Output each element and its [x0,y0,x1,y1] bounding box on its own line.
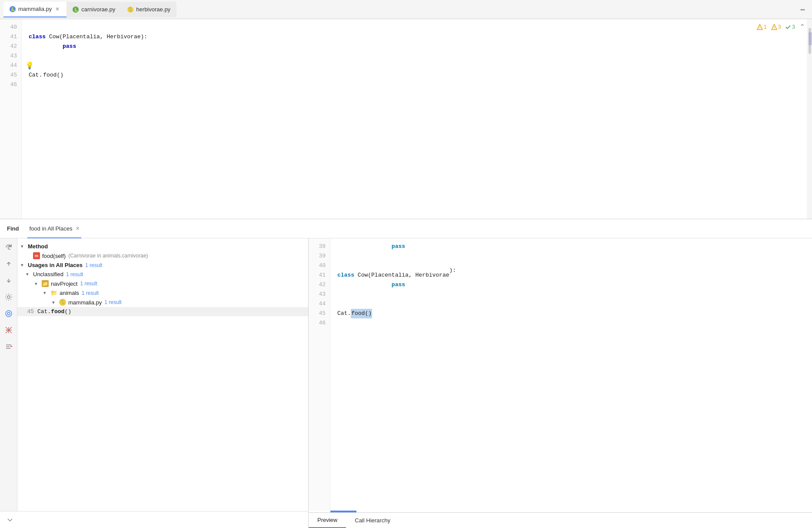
preview-icon[interactable] [4,309,13,318]
scrollbar-mini [809,32,812,45]
preview-code-40 [337,261,812,271]
nav-project-folder-icon: 📁 [42,280,49,287]
editor-line-numbers: 40 41 42 43 44 45 46 [0,19,22,219]
preview-code-44 [337,299,812,309]
find-panel-body: ▾ Method m food(self) (Carnivorae in ani… [0,238,812,528]
mammalia-file-label: mammalia.py [68,299,102,306]
nav-project-arrow: ▾ [35,281,42,287]
python-icon-green: 🐍 [73,7,79,13]
find-tab-food-in-all-places[interactable]: food in All Places ✕ [27,220,81,238]
preview-ln-40: 40 [309,261,326,271]
ident-cat: Cat [29,70,39,80]
method-m-icon: m [33,252,40,259]
mammalia-file-header[interactable]: ▾ 🐍 mammalia.py 1 result [17,297,308,307]
preview-code-46 [337,318,812,328]
tab-carnivorae[interactable]: 🐍 carnivorae.py [67,2,121,17]
animals-header[interactable]: ▾ 📁 animals 1 result [17,288,308,297]
preview-herbivorae-41: Herbivorae [415,271,449,280]
editor-scrollbar[interactable] [807,19,812,219]
settings-icon[interactable] [4,292,13,302]
svg-point-4 [7,312,10,315]
preview-ln-39: 39 [309,251,326,261]
mammalia-python-icon: 🐍 [59,299,66,306]
tab-herbivorae[interactable]: 🐍 herbivorae.py [121,2,176,17]
result-panel-with-sidebar: ▾ Method m food(self) (Carnivorae in ani… [0,238,308,511]
method-food-item[interactable]: m food(self) (Carnivorae in animals.carn… [17,251,308,261]
preview-code: pass class Cow(Placentalia, Herbivorae):… [330,238,812,511]
editor-content[interactable]: 💡 class Cow(Placentalia, Herbivorae): pa… [22,19,807,219]
ident-placentalia: Placentalia [63,32,100,42]
svg-point-3 [6,311,12,317]
preview-code-41: class Cow(Placentalia, Herbivorae): [337,271,812,280]
find-result-row-45[interactable]: 45 Cat.food() [17,307,308,316]
up-arrow-icon[interactable] [4,259,13,269]
tab-mammalia[interactable]: 🐍 mammalia.py ✕ [3,2,67,17]
nav-project-label: navProject [51,281,77,287]
code-line-41: class Cow(Placentalia, Herbivorae): [29,32,807,42]
refresh-icon[interactable] [4,243,13,252]
result-food-bold: food [51,308,64,315]
preview-ln-43: 43 [309,290,326,299]
more-tabs-button[interactable]: ⋯ [797,3,809,16]
result-code: Cat.food() [37,308,71,315]
python-icon-yellow: 🐍 [127,7,133,13]
method-section-header[interactable]: ▾ Method [17,242,308,251]
preview-ln-38: 38 [309,242,326,251]
ident-herbivorae: Herbivorae [107,32,141,42]
unclassified-header[interactable]: ▾ Unclassified 1 result [17,270,308,279]
code-line-43 [29,51,807,61]
preview-cat-45: Cat. [337,309,351,318]
preview-code-38: pass [337,242,812,251]
line-num-40: 40 [0,23,17,32]
method-food-desc: (Carnivorae in animals.carnivorae) [68,253,148,259]
line-num-45: 45 [0,70,17,80]
tab-carnivorae-label: carnivorae.py [81,6,115,13]
preview-code-43 [337,290,812,299]
preview-ln-41: 41 [309,271,326,280]
preview-code-45: Cat.food() [337,309,812,318]
comma: , [100,32,103,42]
tab-mammalia-label: mammalia.py [18,6,52,12]
usages-arrow: ▾ [21,262,28,268]
colon: : [144,32,147,42]
unclassified-label: Unclassified [33,271,63,277]
usages-label: Usages in All Places [28,262,83,268]
results-panel: ▾ Method m food(self) (Carnivorae in ani… [0,238,309,528]
mammalia-file-arrow: ▾ [52,300,59,305]
preview-code-42: pass [337,280,812,290]
result-line-number: 45 [21,308,34,315]
animals-label: animals [60,290,79,296]
tab-mammalia-close[interactable]: ✕ [54,6,60,12]
tab-herbivorae-label: herbivorae.py [136,6,170,13]
keyword-pass-42: pass [63,42,76,51]
unclassified-count: 1 result [66,271,83,277]
animals-count: 1 result [82,290,99,296]
line-num-42: 42 [0,42,17,51]
find-tab-close[interactable]: ✕ [76,226,80,231]
method-label: Method [28,243,48,250]
preview-ln-45: 45 [309,309,326,318]
navigate2-icon[interactable] [4,342,13,351]
usages-section-header[interactable]: ▾ Usages in All Places 1 result [17,261,308,270]
nav-project-header[interactable]: ▾ 📁 navProject 1 result [17,279,308,288]
down-arrow-icon[interactable] [4,276,13,285]
tab-bar: 🐍 mammalia.py ✕ 🐍 carnivorae.py 🐍 herbiv… [0,0,812,19]
line-num-46: 46 [0,80,17,90]
bottom-nav-icon[interactable] [5,515,15,525]
find-label: Find [7,225,19,232]
preview-tab-call-hierarchy[interactable]: Call Hierarchy [346,513,399,528]
find-panel-header: Find food in All Places ✕ [0,219,812,238]
animals-folder-icon: 📁 [50,290,57,296]
code-line-46 [29,80,807,90]
find-tab-label: food in All Places [29,225,72,232]
nav-project-count: 1 result [80,281,97,287]
preview-tab-preview[interactable]: Preview [309,513,346,528]
lightbulb-icon[interactable]: 💡 [25,61,34,71]
usages-count: 1 result [85,262,102,268]
editor-area: ! 1 ! 3 3 ⌃ 40 41 42 43 44 45 46 💡 [0,19,812,219]
preview-ln-42: 42 [309,280,326,290]
code-preview-content: 38 39 40 41 42 43 44 45 46 pass [309,238,812,511]
animals-arrow: ▾ [43,290,50,296]
parens-45: () [57,70,63,80]
navigate-icon[interactable] [4,325,13,335]
